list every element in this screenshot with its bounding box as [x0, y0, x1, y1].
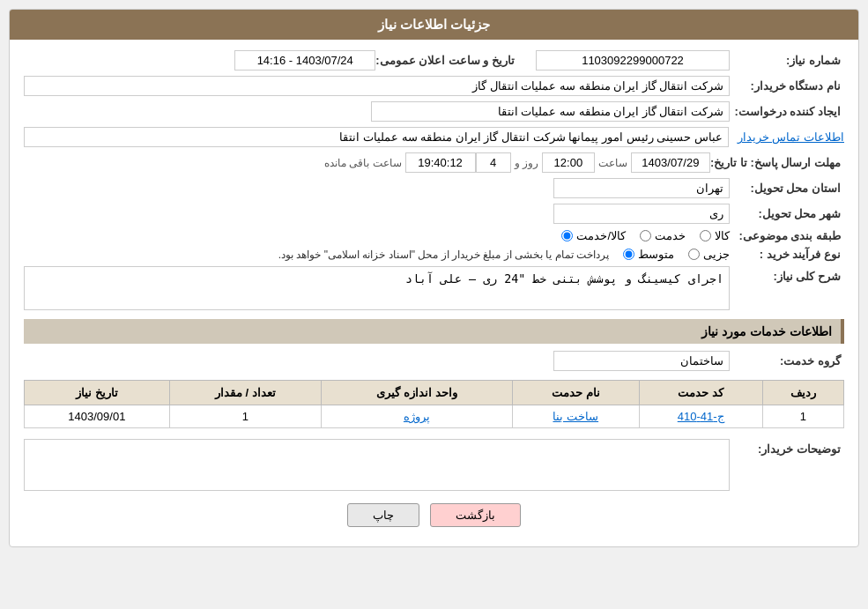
contact-value: عباس حسینی رئیس امور پیمانها شرکت انتقال… — [24, 127, 729, 147]
purchase-partial-radio[interactable] — [688, 249, 700, 260]
action-buttons: بازگشت چاپ — [24, 503, 844, 536]
response-time-value: 12:00 — [542, 152, 595, 173]
back-button[interactable]: بازگشت — [430, 503, 521, 527]
services-table: ردیف کد حدمت نام حدمت واحد اندازه گیری ت… — [24, 380, 844, 428]
category-goods-item[interactable]: کالا — [700, 229, 730, 242]
buyer-name-value: شرکت انتقال گاز ایران منطقه سه عملیات ان… — [24, 76, 730, 96]
print-button[interactable]: چاپ — [347, 503, 419, 527]
col-unit: واحد اندازه گیری — [321, 381, 512, 405]
buyer-desc-label: توضیحات خریدار: — [730, 439, 844, 456]
section2-title: اطلاعات خدمات مورد نیاز — [24, 319, 844, 344]
purchase-type-label: نوع فرآیند خرید : — [730, 248, 844, 261]
table-cell[interactable]: ج-41-410 — [639, 405, 762, 428]
category-goods-radio[interactable] — [700, 230, 711, 241]
category-service-radio[interactable] — [640, 230, 651, 241]
category-goods-service-radio[interactable] — [561, 230, 573, 241]
province-label: استان محل تحویل: — [730, 182, 844, 195]
purchase-medium-item[interactable]: متوسط — [623, 248, 674, 261]
purchase-note: پرداخت تمام یا بخشی از مبلغ خریدار از مح… — [278, 249, 609, 261]
table-row: 1ج-41-410ساخت بناپروژه11403/09/01 — [25, 405, 844, 428]
table-cell[interactable]: پروژه — [321, 405, 512, 428]
response-date-value: 1403/07/29 — [631, 152, 710, 173]
category-service-item[interactable]: خدمت — [640, 229, 686, 242]
table-cell[interactable]: ساخت بنا — [512, 405, 639, 428]
response-time-label: ساعت — [598, 157, 627, 169]
purchase-partial-item[interactable]: جزیی — [688, 248, 730, 261]
category-goods-service-item[interactable]: کالا/خدمت — [561, 229, 626, 242]
service-group-value: ساختمان — [553, 351, 730, 371]
city-label: شهر محل تحویل: — [730, 207, 844, 220]
purchase-partial-label: جزیی — [703, 248, 730, 261]
category-label: طبقه بندی موضوعی: — [730, 229, 844, 242]
publish-date-value: 1403/07/24 - 14:16 — [234, 50, 375, 71]
request-number-value: 1103092299000722 — [536, 50, 730, 71]
contact-link[interactable]: اطلاعات تماس خریدار — [738, 130, 844, 144]
col-name: نام حدمت — [512, 381, 639, 405]
response-deadline-label: مهلت ارسال پاسخ: تا تاریخ: — [710, 156, 844, 169]
creator-label: ایجاد کننده درخواست: — [730, 105, 844, 118]
col-quantity: تعداد / مقدار — [169, 381, 321, 405]
city-value: ری — [553, 204, 730, 224]
purchase-medium-label: متوسط — [638, 248, 674, 261]
province-value: تهران — [553, 178, 730, 198]
response-remaining-value: 19:40:12 — [405, 152, 476, 173]
page-header: جزئیات اطلاعات نیاز — [10, 10, 858, 40]
table-cell: 1 — [762, 405, 843, 428]
request-number-label: شماره نیاز: — [730, 54, 844, 67]
response-days-label: روز و — [515, 157, 538, 169]
buyer-desc-textarea[interactable] — [24, 439, 730, 491]
description-textarea[interactable] — [24, 266, 730, 310]
services-table-container: ردیف کد حدمت نام حدمت واحد اندازه گیری ت… — [24, 380, 844, 428]
category-radio-group: کالا خدمت کالا/خدمت — [561, 229, 730, 242]
creator-value: شرکت انتقال گاز ایران منطقه سه عملیات ان… — [371, 101, 731, 122]
col-code: کد حدمت — [639, 381, 762, 405]
service-group-label: گروه خدمت: — [730, 354, 844, 368]
category-goods-service-label: کالا/خدمت — [576, 229, 626, 242]
publish-date-label: تاریخ و ساعت اعلان عمومی: — [375, 54, 518, 67]
category-goods-label: کالا — [715, 229, 730, 242]
response-remaining-label: ساعت باقی مانده — [324, 157, 402, 169]
response-days-value: 4 — [476, 152, 511, 173]
table-cell: 1403/09/01 — [25, 405, 170, 428]
purchase-type-radio-group: جزیی متوسط — [623, 248, 730, 261]
purchase-medium-radio[interactable] — [623, 249, 634, 260]
description-label: شرح کلی نیاز: — [730, 266, 844, 283]
category-service-label: خدمت — [655, 229, 686, 242]
buyer-name-label: نام دستگاه خریدار: — [730, 79, 844, 93]
table-cell: 1 — [169, 405, 321, 428]
col-row: ردیف — [762, 381, 843, 405]
col-date: تاریخ نیاز — [25, 381, 170, 405]
